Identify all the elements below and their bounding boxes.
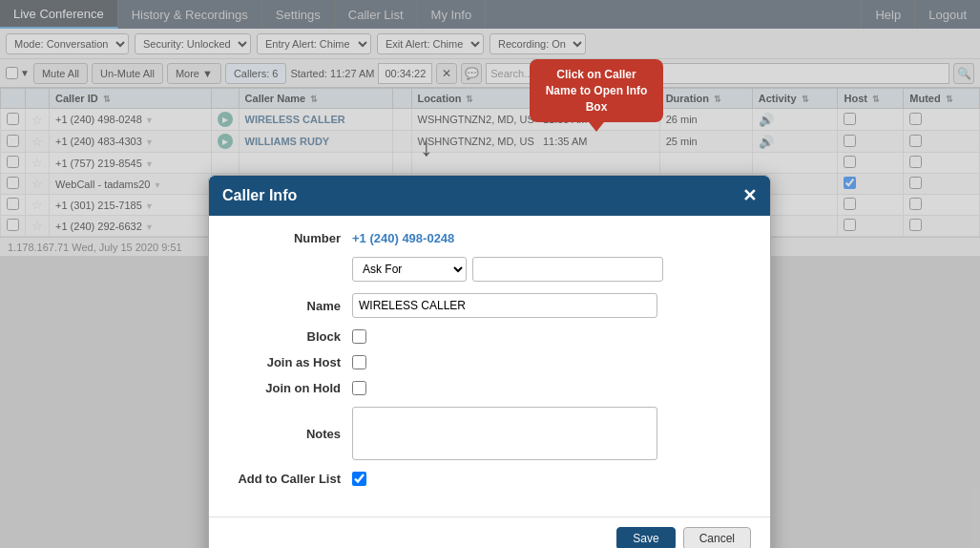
caller-info-modal: Caller Info ✕ Number +1 (240) 498-0248 A… [208,175,771,548]
join-host-checkbox[interactable] [352,355,366,369]
add-caller-checkbox[interactable] [352,472,366,486]
modal-footer: Save Cancel [209,516,770,548]
block-row: Block [228,329,751,344]
modal-header: Caller Info ✕ [209,176,770,216]
join-hold-row: Join on Hold [228,381,751,395]
join-hold-checkbox[interactable] [352,381,366,395]
tooltip-text: Click on Caller Name to Open Info Box [546,68,648,114]
ask-for-select[interactable]: Ask For [352,257,467,282]
ask-for-row: Ask For [228,257,751,282]
number-row: Number +1 (240) 498-0248 [228,231,751,245]
add-caller-label: Add to Caller List [228,472,352,486]
add-caller-row: Add to Caller List [228,472,751,486]
name-label: Name [228,299,352,313]
modal-title: Caller Info [222,187,297,204]
block-checkbox[interactable] [352,329,366,344]
name-row: Name [228,293,751,318]
block-label: Block [228,329,352,344]
notes-label: Notes [228,427,352,441]
name-input[interactable] [352,293,657,318]
number-label: Number [228,231,352,245]
modal-close-button[interactable]: ✕ [742,185,757,206]
ask-for-inputs: Ask For [352,257,663,282]
notes-row: Notes [228,407,751,460]
cancel-button[interactable]: Cancel [683,527,751,548]
modal-body: Number +1 (240) 498-0248 Ask For Name Bl… [209,216,770,513]
join-hold-label: Join on Hold [228,381,352,395]
join-host-label: Join as Host [228,355,352,369]
notes-textarea[interactable] [352,407,657,460]
tooltip-bubble: Click on Caller Name to Open Info Box [530,59,663,122]
save-button[interactable]: Save [616,527,675,548]
ask-for-text-input[interactable] [472,257,663,282]
number-value: +1 (240) 498-0248 [352,231,454,245]
join-host-row: Join as Host [228,355,751,369]
tooltip-arrow: ↓ [420,132,433,162]
